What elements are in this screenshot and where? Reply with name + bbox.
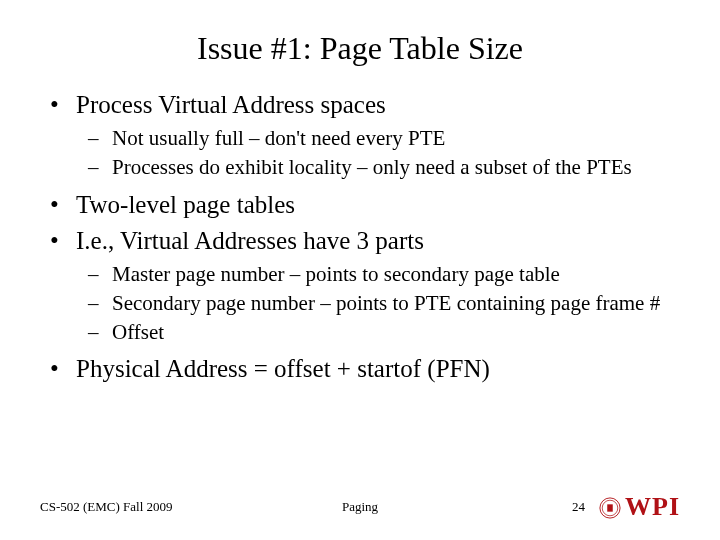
- footer-course: CS-502 (EMC) Fall 2009: [40, 499, 173, 515]
- wpi-logo: WPI: [599, 492, 680, 522]
- sub-bullet-item: Not usually full – don't need every PTE: [40, 125, 680, 152]
- wpi-seal-icon: [599, 496, 621, 518]
- sub-bullet-item: Processes do exhibit locality – only nee…: [40, 154, 680, 181]
- slide-footer: CS-502 (EMC) Fall 2009 Paging 24 WPI: [0, 492, 720, 522]
- sub-bullet-list: Not usually full – don't need every PTE …: [40, 125, 680, 181]
- bullet-item: Process Virtual Address spaces: [40, 89, 680, 121]
- bullet-item: Two-level page tables: [40, 189, 680, 221]
- bullet-item: I.e., Virtual Addresses have 3 parts: [40, 225, 680, 257]
- sub-bullet-item: Master page number – points to secondary…: [40, 261, 680, 288]
- sub-bullet-item: Secondary page number – points to PTE co…: [40, 290, 680, 317]
- bullet-list: Physical Address = offset + startof (PFN…: [40, 353, 680, 385]
- page-number: 24: [572, 499, 585, 515]
- bullet-list: Two-level page tables I.e., Virtual Addr…: [40, 189, 680, 257]
- footer-right: 24 WPI: [572, 492, 680, 522]
- slide-title: Issue #1: Page Table Size: [40, 30, 680, 67]
- sub-bullet-item: Offset: [40, 319, 680, 346]
- svg-rect-2: [607, 504, 613, 511]
- bullet-list: Process Virtual Address spaces: [40, 89, 680, 121]
- sub-bullet-list: Master page number – points to secondary…: [40, 261, 680, 346]
- wpi-logo-text: WPI: [625, 492, 680, 522]
- slide: Issue #1: Page Table Size Process Virtua…: [0, 0, 720, 540]
- bullet-item: Physical Address = offset + startof (PFN…: [40, 353, 680, 385]
